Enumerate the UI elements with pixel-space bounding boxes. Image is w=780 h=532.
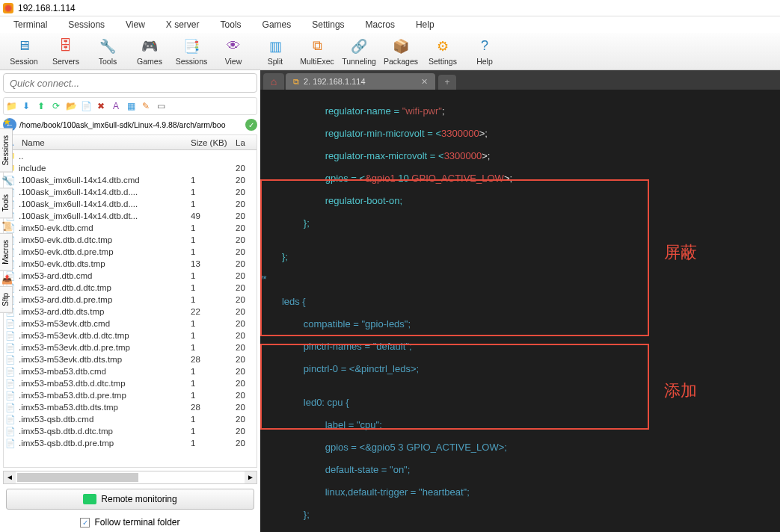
file-row[interactable]: 📁.. — [4, 150, 257, 162]
file-row[interactable]: 📄.imx53-mba53.dtb.cmd120 — [4, 365, 257, 377]
tool-multiexec[interactable]: ⧉MultiExec — [296, 37, 338, 66]
edit-icon[interactable]: ✎ — [140, 100, 152, 112]
file-row[interactable]: 📄.imx50-evk.dtb.dts.tmp1320 — [4, 258, 257, 270]
tool-split[interactable]: ▥Split — [254, 37, 296, 66]
file-name: .imx53-mba53.dtb.d.pre.tmp — [17, 391, 191, 400]
col-size[interactable]: Size (KB) — [191, 138, 236, 147]
refresh-icon[interactable]: ⟳ — [50, 100, 62, 112]
menu-games[interactable]: Games — [252, 19, 302, 30]
menu-settings[interactable]: Settings — [301, 19, 354, 30]
file-row[interactable]: 📄.imx53-m53evk.dtb.dts.tmp2820 — [4, 353, 257, 365]
perms-icon[interactable]: ▦ — [125, 100, 137, 112]
tool-sessions[interactable]: 📑Sessions — [171, 37, 212, 66]
file-row[interactable]: 📄.imx53-m53evk.dtb.cmd120 — [4, 318, 257, 330]
scroll-thumb[interactable] — [17, 473, 138, 482]
file-row[interactable]: 📄.imx50-evk.dtb.d.dtc.tmp120 — [4, 234, 257, 246]
close-tab-icon[interactable]: ✕ — [421, 77, 428, 87]
file-row[interactable]: 📄.imx53-m53evk.dtb.d.dtc.tmp120 — [4, 330, 257, 341]
file-row[interactable]: 📄.imx53-ard.dtb.d.pre.tmp120 — [4, 294, 257, 306]
file-row[interactable]: 📄.imx53-mba53.dtb.d.pre.tmp120 — [4, 389, 257, 401]
file-size: 1 — [191, 415, 236, 424]
follow-checkbox[interactable]: ✓ — [80, 518, 90, 528]
session-tab[interactable]: ⧉ 2. 192.168.1.114 ✕ — [286, 73, 435, 90]
file-row[interactable]: 📄.100ask_imx6ull-14x14.dtb.cmd120 — [4, 174, 257, 186]
file-la: 20 — [236, 164, 257, 173]
file-name: .imx53-mba53.dtb.cmd — [17, 367, 191, 376]
file-row[interactable]: 📄.imx53-qsb.dtb.d.dtc.tmp120 — [4, 425, 257, 437]
file-icon: 📄 — [4, 319, 17, 329]
col-name[interactable]: Name — [19, 138, 191, 147]
h-scrollbar[interactable]: ◄ ► — [3, 471, 257, 484]
tool-tunneling[interactable]: 🔗Tunneling — [338, 37, 380, 66]
menu-x-server[interactable]: X server — [156, 19, 210, 30]
file-row[interactable]: 📄.imx53-qsb.dtb.d.pre.tmp120 — [4, 437, 257, 449]
menu-tools[interactable]: Tools — [210, 19, 252, 30]
menu-sessions[interactable]: Sessions — [58, 19, 115, 30]
sidetab-macros[interactable]: Macros — [0, 233, 13, 271]
file-row[interactable]: 📁include20 — [4, 162, 257, 174]
file-row[interactable]: 📄.imx53-mba53.dtb.dts.tmp2820 — [4, 401, 257, 413]
menu-bar[interactable]: TerminalSessionsViewX serverToolsGamesSe… — [0, 16, 780, 33]
file-header[interactable]: ▲ Name Size (KB) La — [4, 135, 257, 150]
tool-games[interactable]: 🎮Games — [129, 37, 171, 66]
sidetab-tools[interactable]: Tools — [0, 188, 13, 218]
file-row[interactable]: 📄.imx50-evk.dtb.cmd120 — [4, 222, 257, 234]
tool-view[interactable]: 👁View — [212, 37, 254, 66]
newfolder-icon[interactable]: 📂 — [65, 100, 77, 112]
menu-terminal[interactable]: Terminal — [3, 19, 58, 30]
file-row[interactable]: 📄.imx50-evk.dtb.d.pre.tmp120 — [4, 246, 257, 258]
follow-terminal-row[interactable]: ✓ Follow terminal folder — [0, 513, 260, 532]
file-row[interactable]: 📄.imx53-ard.dtb.dts.tmp2220 — [4, 306, 257, 318]
menu-macros[interactable]: Macros — [355, 19, 405, 30]
file-la: 20 — [236, 283, 257, 292]
sidetab-sessions[interactable]: Sessions — [0, 129, 13, 173]
terminal-output[interactable]: regulator-name = "wifi-pwr"; regulator-m… — [260, 90, 780, 532]
session-tabs[interactable]: ⧉ 2. 192.168.1.114 ✕ + — [260, 70, 780, 90]
col-la[interactable]: La — [236, 138, 257, 147]
quick-connect[interactable] — [3, 73, 257, 93]
folder-icon[interactable]: 📁 — [5, 100, 17, 112]
tool-packages[interactable]: 📦Packages — [380, 37, 422, 66]
menu-help[interactable]: Help — [405, 19, 445, 30]
upload-icon[interactable]: ⬆ — [35, 100, 47, 112]
file-row[interactable]: 📄.imx53-ard.dtb.cmd120 — [4, 270, 257, 282]
sessions-icon: 📑 — [182, 37, 200, 55]
props-icon[interactable]: A — [110, 100, 122, 112]
sidetab-sftp[interactable]: Sftp — [0, 286, 13, 313]
tools-tab-icon: 🔧 — [0, 174, 14, 188]
sftp-toolbar[interactable]: 📁 ⬇ ⬆ ⟳ 📂 📄 ✖ A ▦ ✎ ▭ — [3, 97, 257, 115]
term-icon[interactable]: ▭ — [155, 100, 167, 112]
file-row[interactable]: 📄.imx53-mba53.dtb.d.dtc.tmp120 — [4, 377, 257, 389]
file-row[interactable]: 📄.imx53-m53evk.dtb.d.pre.tmp120 — [4, 341, 257, 353]
tool-settings[interactable]: ⚙Settings — [422, 37, 464, 66]
copy-icon[interactable]: 📄 — [80, 100, 92, 112]
delete-icon[interactable]: ✖ — [95, 100, 107, 112]
current-path[interactable]: /home/book/100ask_imx6ull-sdk/Linux-4.9.… — [19, 120, 243, 129]
download-icon[interactable]: ⬇ — [20, 100, 32, 112]
side-tabs[interactable]: ★Sessions🔧Tools📜Macros📤Sftp — [0, 115, 17, 315]
quick-connect-input[interactable] — [3, 73, 257, 93]
tool-help[interactable]: ?Help — [464, 37, 506, 66]
home-tab[interactable] — [263, 73, 284, 90]
path-bar[interactable]: ← /home/book/100ask_imx6ull-sdk/Linux-4.… — [3, 118, 257, 132]
remote-monitoring-button[interactable]: Remote monitoring — [6, 489, 254, 510]
file-row[interactable]: 📄.100ask_imx6ull-14x14.dtb.d....120 — [4, 186, 257, 198]
file-la: 20 — [236, 235, 257, 244]
file-icon: 📄 — [4, 379, 17, 389]
tool-label: Split — [268, 57, 283, 66]
file-row[interactable]: 📄.imx53-ard.dtb.d.dtc.tmp120 — [4, 282, 257, 294]
new-tab-button[interactable]: + — [438, 75, 456, 90]
file-row[interactable]: 📄.100ask_imx6ull-14x14.dtb.dt...4920 — [4, 210, 257, 222]
file-list[interactable]: ▲ Name Size (KB) La 📁..📁include20📄.100as… — [3, 134, 257, 468]
tool-tools[interactable]: 🔧Tools — [87, 37, 129, 66]
menu-view[interactable]: View — [115, 19, 156, 30]
file-la: 20 — [236, 188, 257, 197]
scroll-left-icon[interactable]: ◄ — [4, 471, 16, 483]
file-row[interactable]: 📄.100ask_imx6ull-14x14.dtb.d....120 — [4, 198, 257, 210]
scroll-right-icon[interactable]: ► — [245, 471, 257, 483]
tool-session[interactable]: 🖥Session — [3, 37, 45, 66]
file-row[interactable]: 📄.imx53-qsb.dtb.cmd120 — [4, 413, 257, 425]
tool-servers[interactable]: 🗄Servers — [45, 37, 87, 66]
packages-icon: 📦 — [392, 37, 410, 55]
file-la: 20 — [236, 247, 257, 256]
